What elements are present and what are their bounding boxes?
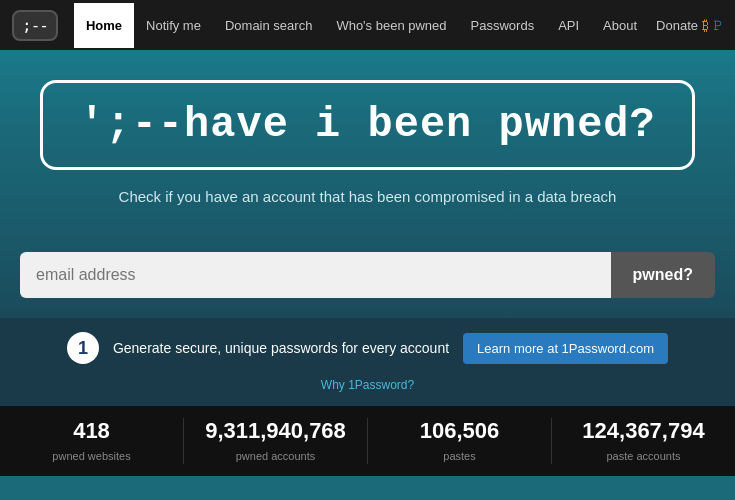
nav-item-passwords[interactable]: Passwords: [459, 3, 547, 48]
learn-more-button[interactable]: Learn more at 1Password.com: [463, 333, 668, 364]
promo-text: Generate secure, unique passwords for ev…: [113, 340, 449, 356]
site-logo: ;--: [12, 10, 58, 41]
nav-item-about[interactable]: About: [591, 3, 649, 48]
stat-websites: 418 pwned websites: [0, 418, 184, 464]
stat-accounts-number: 9,311,940,768: [184, 418, 367, 444]
nav-item-notify[interactable]: Notify me: [134, 3, 213, 48]
stat-pastes-number: 106,506: [368, 418, 551, 444]
nav-donate[interactable]: Donate ₿ 𝙿: [656, 17, 723, 34]
nav-link-home[interactable]: Home: [74, 3, 134, 48]
hero-section: ';--have i been pwned? Check if you have…: [0, 50, 735, 230]
stats-bar: 418 pwned websites 9,311,940,768 pwned a…: [0, 406, 735, 476]
paypal-icon: 𝙿: [713, 17, 723, 34]
stat-pastes-label: pastes: [443, 450, 475, 462]
onepassword-icon: 1: [67, 332, 99, 364]
stat-pastes: 106,506 pastes: [368, 418, 552, 464]
why-1password-link[interactable]: Why 1Password?: [321, 378, 414, 392]
nav-item-pwned[interactable]: Who's been pwned: [324, 3, 458, 48]
nav-link-notify[interactable]: Notify me: [134, 3, 213, 48]
search-section: pwned?: [0, 230, 735, 318]
stat-websites-number: 418: [0, 418, 183, 444]
promo-row: 1 Generate secure, unique passwords for …: [67, 332, 668, 364]
promo-banner: 1 Generate secure, unique passwords for …: [0, 318, 735, 406]
email-input[interactable]: [20, 252, 611, 298]
nav-item-home[interactable]: Home: [74, 3, 134, 48]
stat-paste-accounts: 124,367,794 paste accounts: [552, 418, 735, 464]
stat-paste-accounts-label: paste accounts: [607, 450, 681, 462]
nav-link-donate[interactable]: Donate: [656, 18, 698, 33]
nav-item-domain[interactable]: Domain search: [213, 3, 324, 48]
nav-link-about[interactable]: About: [591, 3, 649, 48]
pwned-button[interactable]: pwned?: [611, 252, 715, 298]
bitcoin-icon: ₿: [702, 17, 709, 33]
stat-accounts: 9,311,940,768 pwned accounts: [184, 418, 368, 464]
nav-link-api[interactable]: API: [546, 3, 591, 48]
nav-link-domain[interactable]: Domain search: [213, 3, 324, 48]
nav-item-api[interactable]: API: [546, 3, 591, 48]
stat-paste-accounts-number: 124,367,794: [552, 418, 735, 444]
nav-links: Home Notify me Domain search Who's been …: [74, 3, 649, 48]
stat-accounts-label: pwned accounts: [236, 450, 316, 462]
stat-websites-label: pwned websites: [52, 450, 130, 462]
nav-link-passwords[interactable]: Passwords: [459, 3, 547, 48]
hero-title: ';--have i been pwned?: [79, 101, 656, 149]
hero-subtitle: Check if you have an account that has be…: [20, 188, 715, 205]
hero-title-box: ';--have i been pwned?: [40, 80, 695, 170]
nav-link-pwned[interactable]: Who's been pwned: [324, 3, 458, 48]
navbar: ;-- Home Notify me Domain search Who's b…: [0, 0, 735, 50]
search-bar: pwned?: [20, 252, 715, 298]
